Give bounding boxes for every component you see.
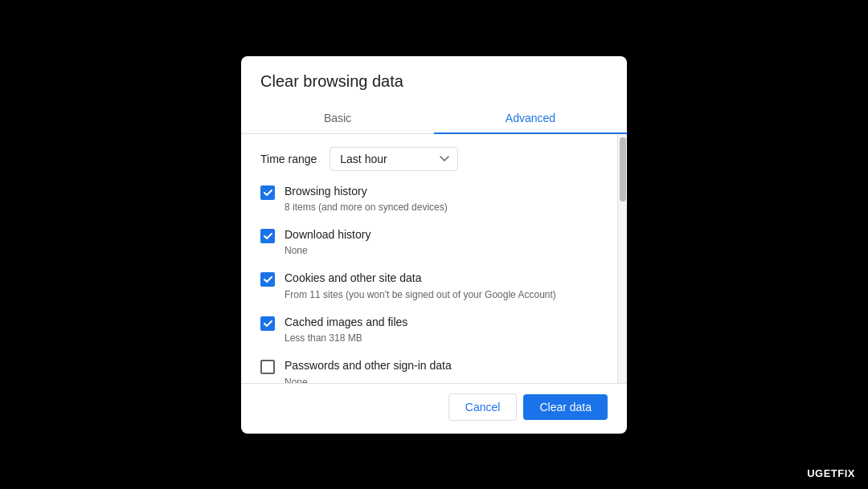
content-area: Time range Last hour Last 24 hours Last … (241, 134, 627, 383)
tab-bar: Basic Advanced (241, 104, 627, 134)
tab-advanced[interactable]: Advanced (434, 104, 627, 134)
clear-browsing-data-dialog: Clear browsing data Basic Advanced Time … (241, 56, 627, 434)
time-range-row: Time range Last hour Last 24 hours Last … (260, 147, 598, 171)
cached-images-checkbox[interactable] (260, 316, 275, 331)
browsing-history-label: Browsing history (285, 184, 448, 200)
cookies-checkbox[interactable] (260, 272, 275, 287)
cookies-sublabel: From 11 sites (you won't be signed out o… (285, 288, 556, 302)
cached-images-sublabel: Less than 318 MB (285, 332, 407, 345)
list-item: Cached images and files Less than 318 MB (260, 315, 598, 345)
download-history-checkbox[interactable] (260, 229, 275, 243)
scrollable-content: Time range Last hour Last 24 hours Last … (241, 134, 617, 383)
cached-images-label: Cached images and files (285, 315, 407, 331)
dialog-footer: Cancel Clear data (241, 383, 627, 434)
scrollbar-thumb[interactable] (620, 137, 626, 202)
clear-data-button[interactable]: Clear data (523, 394, 608, 420)
passwords-label: Passwords and other sign-in data (285, 358, 452, 374)
dialog-title: Clear browsing data (241, 56, 627, 91)
passwords-checkbox[interactable] (260, 360, 275, 374)
cancel-button[interactable]: Cancel (448, 393, 518, 421)
download-history-sublabel: None (285, 244, 371, 258)
browsing-history-checkbox[interactable] (260, 185, 275, 200)
list-item: Passwords and other sign-in data None (260, 358, 598, 382)
download-history-label: Download history (285, 227, 371, 243)
watermark-label: UGETFIX (807, 467, 855, 479)
list-item: Download history None (260, 227, 598, 258)
passwords-sublabel: None (285, 376, 452, 383)
scrollbar-track[interactable] (617, 134, 627, 383)
list-item: Browsing history 8 items (and more on sy… (260, 184, 598, 214)
browsing-history-sublabel: 8 items (and more on synced devices) (285, 201, 448, 214)
time-range-label: Time range (260, 153, 317, 165)
list-item: Cookies and other site data From 11 site… (260, 271, 598, 301)
cookies-label: Cookies and other site data (285, 271, 556, 287)
tab-basic[interactable]: Basic (241, 104, 434, 134)
time-range-select[interactable]: Last hour Last 24 hours Last 7 days Last… (330, 147, 458, 171)
